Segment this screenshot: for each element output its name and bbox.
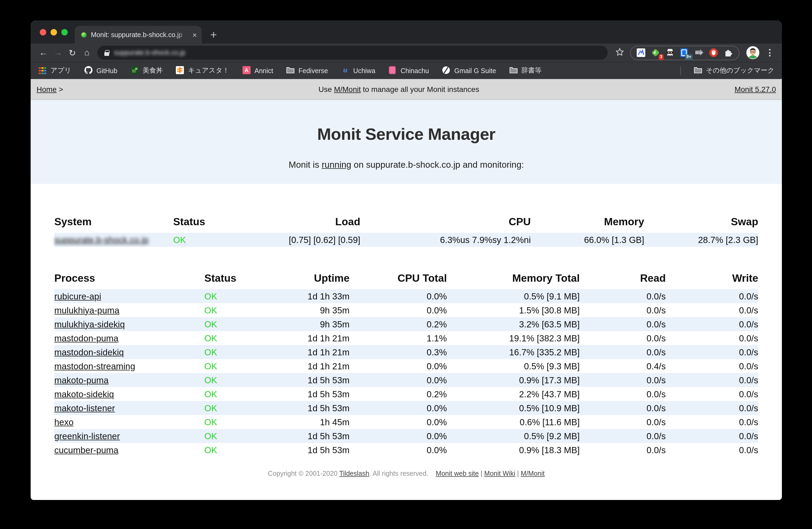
running-link[interactable]: running [322,160,351,170]
status-ok: OK [204,375,217,385]
process-link[interactable]: rubicure-api [54,291,101,301]
minimize-window-button[interactable] [50,29,57,35]
process-cell: 0.0/s [580,401,666,415]
adblock-hand-icon[interactable] [709,48,719,57]
home-link[interactable]: Home [37,85,57,93]
mmonit-link[interactable]: M/Monit [334,85,361,93]
browser-window: Monit: suppurate.b-shock.co.jp × + ← → ↻… [31,20,782,500]
process-cell: 0.0/s [580,345,666,359]
system-cell-cpu: 6.3%us 7.9%sy 1.2%ni [360,233,531,247]
mask-extension-icon[interactable] [666,48,675,57]
process-cell-status: OK [204,429,269,443]
process-cell: 0.3% [350,345,447,359]
footer-link[interactable]: Monit web site [436,470,479,477]
bookmark-item[interactable]: uUchiwa [341,67,375,75]
browser-toolbar: ← → ↻ ⌂ suppurate.b-shock.co.jp 39+en→jp [31,44,782,62]
bookmark-star-icon[interactable] [615,47,624,58]
bookmark-item[interactable]: キュアスタ！ [176,66,229,75]
browser-tab[interactable]: Monit: suppurate.b-shock.co.jp × [75,26,202,44]
close-window-button[interactable] [40,29,46,35]
system-cell-swap: 28.7% [2.3 GB] [644,233,758,247]
process-cell: 0.5% [10.9 MB] [447,401,580,415]
process-cell: 0.0/s [666,303,758,317]
process-cell: 0.0/s [580,303,666,317]
footer-link[interactable]: Monit Wiki [484,470,515,477]
profile-avatar[interactable] [746,46,759,59]
process-link[interactable]: makoto-puma [54,375,108,385]
bookmark-item[interactable]: AAnnict [242,67,273,75]
process-link[interactable]: cucumber-puma [54,445,118,455]
process-link[interactable]: makoto-sidekiq [54,389,114,399]
process-cell: 1.5% [30.8 MB] [447,303,580,317]
process-cell: 0.9% [17.3 MB] [447,373,580,387]
bookmark-item[interactable]: Gmail G Suite [442,67,496,75]
process-col-header: Process [54,269,204,289]
process-cell: 0.0/s [580,331,666,345]
blue-sketch-extension-icon [637,48,646,57]
folder-icon [693,66,702,75]
bookmark-item[interactable]: 美食丼 [130,66,163,75]
banner-suffix: to manage all your Monit instances [361,85,479,93]
url-text: suppurate.b-shock.co.jp [114,49,185,57]
page-footer: Copyright © 2001-2020 Tildeslash. All ri… [54,470,758,477]
other-bookmarks-button[interactable]: その他のブックマーク [693,66,774,75]
browser-menu-icon[interactable] [765,49,774,57]
tildeslash-link[interactable]: Tildeslash [339,470,369,477]
process-cell-name: mastodon-sidekiq [54,345,204,359]
lock-icon[interactable] [104,52,109,56]
process-cell: 3.2% [63.5 MB] [447,317,580,331]
process-link[interactable]: mastodon-puma [54,333,118,343]
process-cell-name: hexo [54,415,204,429]
blue-sketch-extension-icon[interactable] [637,48,646,57]
system-col-header: System [54,213,173,233]
process-cell: 0.5% [9.2 MB] [447,429,580,443]
process-cell: 0.0% [350,429,447,443]
address-bar[interactable]: suppurate.b-shock.co.jp [97,46,608,60]
bookmark-label: 美食丼 [143,66,163,75]
bookmark-item[interactable]: Fediverse [286,67,328,75]
blue-reader-extension-icon[interactable]: 9+ [680,48,690,57]
bookmarks-divider [680,67,681,75]
bookmark-item[interactable]: 辞書等 [509,66,541,75]
extensions-puzzle-icon[interactable] [724,48,733,57]
breadcrumb: Home > [37,85,63,93]
footer-links: Monit web site | Monit Wiki | M/Monit [436,470,545,477]
process-link[interactable]: hexo [54,417,74,427]
process-row: mulukhiya-pumaOK9h 35m0.0%1.5% [30.8 MB]… [54,303,758,317]
forward-icon[interactable]: → [50,48,65,58]
process-cell-status: OK [204,443,269,457]
process-cell-name: mulukhiya-sidekiq [54,317,204,331]
status-ok: OK [204,417,217,427]
process-cell: 0.0/s [666,429,758,443]
monit-version-link[interactable]: Monit 5.27.0 [735,85,776,93]
reload-icon[interactable]: ↻ [65,47,79,58]
system-host-link[interactable]: suppurate.b-shock.co.jp [54,235,148,244]
bookmark-item[interactable]: Chinachu [388,67,429,75]
bookmark-label: Fediverse [299,67,328,74]
process-cell: 0.0/s [580,387,666,401]
home-icon[interactable]: ⌂ [79,48,94,58]
hero-section: Monit Service Manager Monit is running o… [31,100,782,184]
process-link[interactable]: makoto-listener [54,403,115,413]
process-cell: 0.0/s [666,317,758,331]
process-link[interactable]: mastodon-sidekiq [54,347,124,357]
bookmark-label: 辞書等 [521,66,541,75]
back-icon[interactable]: ← [36,48,50,58]
process-cell: 1d 5h 53m [269,443,350,457]
bookmark-item[interactable]: GitHub [84,67,117,75]
zoom-window-button[interactable] [61,29,68,35]
process-link[interactable]: mastodon-streaming [54,361,135,371]
process-cell-name: mulukhiya-puma [54,303,204,317]
process-link[interactable]: mulukhiya-puma [54,305,119,315]
process-cell-status: OK [204,401,269,415]
tab-close-icon[interactable]: × [192,31,197,39]
feedly-icon[interactable]: 3 [651,48,661,57]
process-link[interactable]: greenkin-listener [54,431,120,441]
footer-link[interactable]: M/Monit [521,470,545,477]
process-link[interactable]: mulukhiya-sidekiq [54,319,125,329]
bookmark-item[interactable]: アプリ [38,66,71,75]
process-cell: 0.0% [350,401,447,415]
bookmark-label: GitHub [97,67,117,74]
translate-icon[interactable]: en→jp [695,48,704,57]
new-tab-button[interactable]: + [210,29,217,40]
